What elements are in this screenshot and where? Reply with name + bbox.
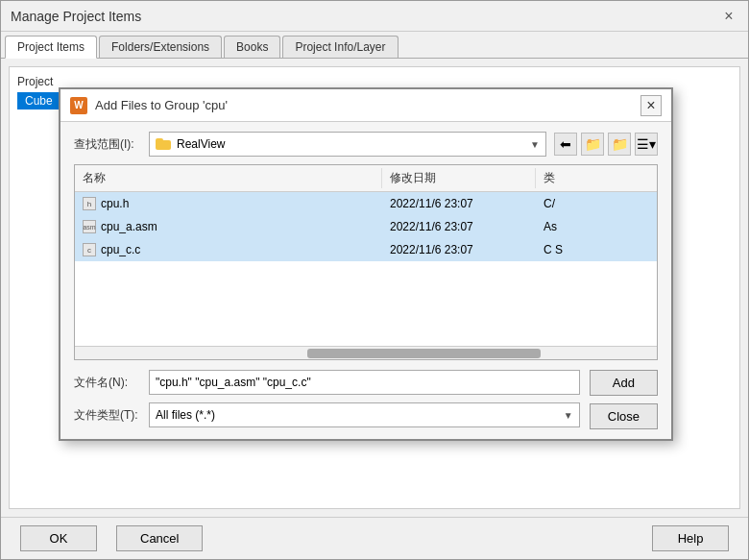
dialog-fields-section: 文件名(N): 文件类型(T): All files (*.*) ▼ A bbox=[74, 370, 658, 429]
bottom-bar: OK Cancel Help bbox=[1, 517, 748, 559]
file-list-container: 名称 修改日期 类 h cpu.h 2022/11/6 23:07 C/ bbox=[74, 164, 658, 360]
close-dialog-button[interactable]: Close bbox=[590, 403, 658, 429]
add-files-dialog: W Add Files to Group 'cpu' × 查找范围(I): Re… bbox=[59, 87, 673, 441]
horizontal-scrollbar[interactable] bbox=[75, 346, 657, 359]
dialog-body: 查找范围(I): RealView ▼ ⬅ 📁 bbox=[60, 122, 671, 439]
file-name-1: cpu_a.asm bbox=[101, 220, 157, 233]
help-button[interactable]: Help bbox=[652, 525, 729, 551]
lookup-combo-arrow: ▼ bbox=[530, 139, 540, 150]
dialog-fields-left: 文件名(N): 文件类型(T): All files (*.*) ▼ bbox=[74, 370, 580, 429]
lookup-row: 查找范围(I): RealView ▼ ⬅ 📁 bbox=[74, 132, 658, 157]
toolbar-view-button[interactable]: ☰▾ bbox=[635, 133, 658, 156]
new-folder-icon: 📁 bbox=[612, 136, 628, 152]
filetype-row: 文件类型(T): All files (*.*) ▼ bbox=[74, 402, 580, 427]
file-cell-name: c cpu_c.c bbox=[75, 241, 382, 258]
file-icon-c: c bbox=[83, 243, 96, 256]
folder-icon bbox=[156, 138, 171, 150]
project-label: Project bbox=[17, 75, 75, 88]
col-header-name: 名称 bbox=[75, 168, 382, 188]
file-name-0: cpu.h bbox=[101, 197, 129, 210]
filetype-value: All files (*.*) bbox=[156, 408, 215, 422]
filename-label: 文件名(N): bbox=[74, 375, 141, 391]
dialog-close-icon-button[interactable]: × bbox=[640, 95, 662, 116]
file-cell-name: asm cpu_a.asm bbox=[75, 218, 382, 235]
up-folder-icon: 📁 bbox=[585, 136, 601, 152]
scrollbar-thumb bbox=[307, 349, 540, 358]
file-cell-name: h cpu.h bbox=[75, 195, 382, 212]
dialog-titlebar: W Add Files to Group 'cpu' × bbox=[60, 89, 671, 122]
tab-folders-extensions[interactable]: Folders/Extensions bbox=[99, 36, 222, 58]
action-buttons: Add Close bbox=[590, 370, 658, 429]
file-date-2: 2022/11/6 23:07 bbox=[382, 241, 536, 258]
lookup-combo[interactable]: RealView ▼ bbox=[149, 132, 546, 157]
filename-input[interactable] bbox=[149, 370, 580, 395]
tab-bar: Project Items Folders/Extensions Books P… bbox=[1, 32, 748, 59]
filename-row: 文件名(N): bbox=[74, 370, 580, 395]
lookup-combo-text: RealView bbox=[156, 137, 225, 151]
file-row[interactable]: asm cpu_a.asm 2022/11/6 23:07 As bbox=[75, 215, 657, 238]
file-date-1: 2022/11/6 23:07 bbox=[382, 218, 536, 235]
lookup-folder-name: RealView bbox=[177, 137, 225, 151]
toolbar-back-button[interactable]: ⬅ bbox=[554, 133, 577, 156]
file-list-body: h cpu.h 2022/11/6 23:07 C/ asm cpu_a.asm bbox=[75, 192, 657, 346]
file-name-2: cpu_c.c bbox=[101, 243, 140, 256]
lookup-toolbar: ⬅ 📁 📁 ☰▾ bbox=[554, 133, 658, 156]
file-icon-asm: asm bbox=[83, 220, 96, 233]
dialog-app-icon: W bbox=[70, 97, 87, 114]
main-content: Project Cube W Add Files to Group 'cpu' … bbox=[1, 59, 748, 517]
filetype-label: 文件类型(T): bbox=[74, 407, 141, 424]
cancel-button[interactable]: Cancel bbox=[116, 525, 203, 551]
file-row[interactable]: h cpu.h 2022/11/6 23:07 C/ bbox=[75, 192, 657, 215]
lookup-label: 查找范围(I): bbox=[74, 136, 141, 153]
dialog-title-left: W Add Files to Group 'cpu' bbox=[70, 97, 228, 114]
ok-button[interactable]: OK bbox=[20, 525, 97, 551]
tab-project-items[interactable]: Project Items bbox=[5, 36, 97, 59]
outer-window: Manage Project Items × Project Items Fol… bbox=[0, 0, 749, 560]
back-icon: ⬅ bbox=[560, 136, 571, 152]
filetype-combo[interactable]: All files (*.*) ▼ bbox=[149, 402, 580, 427]
file-date-0: 2022/11/6 23:07 bbox=[382, 195, 536, 212]
tab-project-info-layer[interactable]: Project Info/Layer bbox=[282, 36, 398, 58]
tab-books[interactable]: Books bbox=[224, 36, 280, 58]
toolbar-up-button[interactable]: 📁 bbox=[581, 133, 604, 156]
dialog-title-text: Add Files to Group 'cpu' bbox=[95, 98, 228, 112]
file-icon-h: h bbox=[83, 197, 96, 210]
col-header-type: 类 bbox=[536, 168, 657, 188]
file-type-2: C S bbox=[536, 241, 657, 258]
toolbar-new-folder-button[interactable]: 📁 bbox=[608, 133, 631, 156]
outer-close-button[interactable]: × bbox=[719, 7, 738, 26]
file-type-1: As bbox=[536, 218, 657, 235]
view-icon: ☰▾ bbox=[637, 136, 656, 152]
file-list-header: 名称 修改日期 类 bbox=[75, 165, 657, 192]
filetype-combo-arrow: ▼ bbox=[564, 410, 573, 421]
file-type-0: C/ bbox=[536, 195, 657, 212]
col-header-date: 修改日期 bbox=[382, 168, 536, 188]
file-row[interactable]: c cpu_c.c 2022/11/6 23:07 C S bbox=[75, 238, 657, 261]
add-button[interactable]: Add bbox=[590, 370, 658, 396]
outer-titlebar: Manage Project Items × bbox=[1, 1, 748, 32]
outer-title: Manage Project Items bbox=[11, 9, 141, 24]
